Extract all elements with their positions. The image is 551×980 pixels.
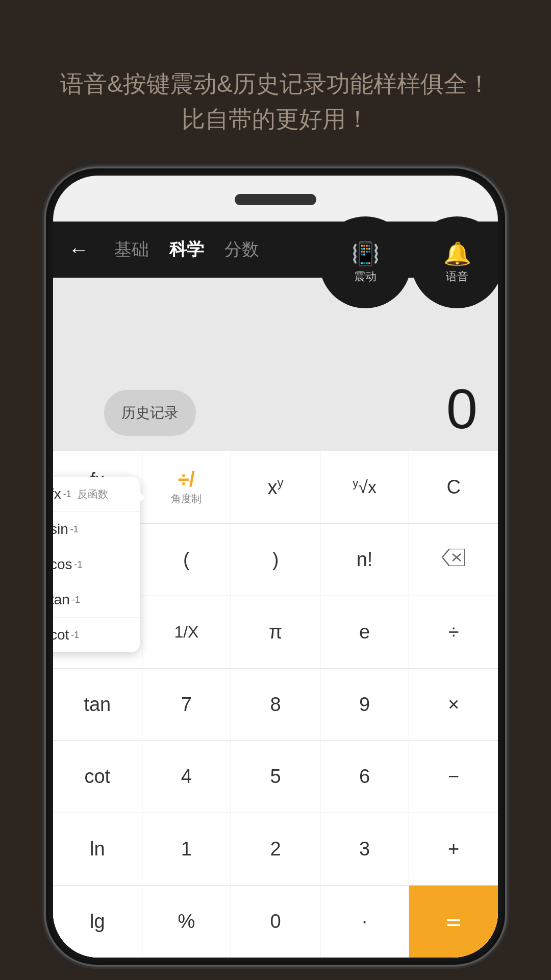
key-subtract[interactable]: − bbox=[409, 741, 498, 813]
key-fx[interactable]: fx 函数 fx-1 反函数 sin-1 co bbox=[53, 451, 142, 523]
tab-fraction[interactable]: 分数 bbox=[224, 238, 259, 261]
popup-fx-inv[interactable]: fx-1 反函数 bbox=[53, 477, 140, 512]
backspace-icon bbox=[442, 549, 465, 571]
keyboard: fx 函数 fx-1 反函数 sin-1 co bbox=[53, 451, 498, 958]
key-yroot[interactable]: y√x bbox=[320, 451, 410, 523]
key-dot[interactable]: · bbox=[320, 886, 410, 958]
tab-basic[interactable]: 基础 bbox=[114, 238, 149, 261]
svg-marker-0 bbox=[442, 549, 465, 566]
top-icons: 📳 震动 🔔 语音 bbox=[319, 216, 498, 308]
key-backspace[interactable] bbox=[409, 524, 498, 596]
key-row-0: fx 函数 fx-1 反函数 sin-1 co bbox=[53, 451, 498, 524]
key-rparen[interactable]: ) bbox=[231, 524, 320, 596]
key-reciprocal[interactable]: 1/X bbox=[142, 596, 232, 668]
key-xy[interactable]: xy bbox=[231, 451, 320, 523]
popup-cos-inv[interactable]: cos-1 bbox=[53, 547, 140, 582]
back-button[interactable]: ← bbox=[68, 238, 89, 261]
key-tan[interactable]: tan bbox=[53, 669, 142, 741]
key-lparen[interactable]: ( bbox=[142, 524, 232, 596]
key-angle-symbol: ÷/ bbox=[178, 468, 195, 491]
bg-line1: 语音&按键震动&历史记录功能样样俱全！ bbox=[31, 66, 520, 102]
key-row-3: tan 7 8 9 × bbox=[53, 669, 498, 741]
key-clear[interactable]: C bbox=[409, 451, 498, 523]
key-factorial[interactable]: n! bbox=[320, 524, 410, 596]
bg-text: 语音&按键震动&历史记录功能样样俱全！ 比自带的更好用！ bbox=[0, 66, 551, 137]
voice-label: 语音 bbox=[446, 269, 468, 284]
popup-tan-inv[interactable]: tan-1 bbox=[53, 582, 140, 618]
key-row-4: cot 4 5 6 − bbox=[53, 741, 498, 813]
top-bar: ← 基础 科学 分数 📳 震动 🔔 语音 bbox=[53, 222, 498, 278]
key-lg[interactable]: lg bbox=[53, 886, 142, 958]
voice-button[interactable]: 🔔 语音 bbox=[411, 216, 498, 308]
key-cot[interactable]: cot bbox=[53, 741, 142, 813]
key-multiply[interactable]: × bbox=[409, 669, 498, 741]
key-4[interactable]: 4 bbox=[142, 741, 232, 813]
key-row-6: lg % 0 · ＝ bbox=[53, 886, 498, 958]
phone-inner: ← 基础 科学 分数 📳 震动 🔔 语音 历史记 bbox=[53, 176, 498, 958]
popup-cot-inv[interactable]: cot-1 bbox=[53, 618, 140, 652]
key-ln[interactable]: ln bbox=[53, 813, 142, 885]
vibrate-button[interactable]: 📳 震动 bbox=[319, 216, 411, 308]
key-equals[interactable]: ＝ bbox=[409, 886, 498, 958]
key-5[interactable]: 5 bbox=[231, 741, 320, 813]
popup-sin-inv[interactable]: sin-1 bbox=[53, 512, 140, 547]
display-value: 0 bbox=[446, 376, 478, 441]
key-3[interactable]: 3 bbox=[320, 813, 410, 885]
key-8[interactable]: 8 bbox=[231, 669, 320, 741]
key-2[interactable]: 2 bbox=[231, 813, 320, 885]
key-9[interactable]: 9 bbox=[320, 669, 410, 741]
key-add[interactable]: + bbox=[409, 813, 498, 885]
key-percent[interactable]: % bbox=[142, 886, 232, 958]
key-angle[interactable]: ÷/ 角度制 bbox=[142, 451, 232, 523]
key-e[interactable]: e bbox=[320, 596, 410, 668]
key-7[interactable]: 7 bbox=[142, 669, 232, 741]
history-button[interactable]: 历史记录 bbox=[104, 390, 196, 436]
vibrate-icon: 📳 bbox=[352, 240, 380, 267]
key-divide[interactable]: ÷ bbox=[409, 596, 498, 668]
vibrate-label: 震动 bbox=[354, 269, 377, 284]
popup-menu: fx-1 反函数 sin-1 cos-1 tan-1 bbox=[53, 477, 140, 652]
key-0[interactable]: 0 bbox=[231, 886, 320, 958]
key-1[interactable]: 1 bbox=[142, 813, 232, 885]
key-6[interactable]: 6 bbox=[320, 741, 410, 813]
phone-frame: ← 基础 科学 分数 📳 震动 🔔 语音 历史记 bbox=[46, 168, 505, 965]
speaker bbox=[235, 194, 316, 205]
key-pi[interactable]: π bbox=[231, 596, 320, 668]
screen: ← 基础 科学 分数 📳 震动 🔔 语音 历史记 bbox=[53, 222, 498, 958]
key-row-5: ln 1 2 3 + bbox=[53, 813, 498, 886]
key-clear-label: C bbox=[446, 476, 460, 498]
bg-line2: 比自带的更好用！ bbox=[31, 102, 520, 137]
tab-science[interactable]: 科学 bbox=[169, 238, 204, 261]
key-angle-sub: 角度制 bbox=[171, 492, 202, 506]
voice-icon: 🔔 bbox=[443, 240, 471, 267]
